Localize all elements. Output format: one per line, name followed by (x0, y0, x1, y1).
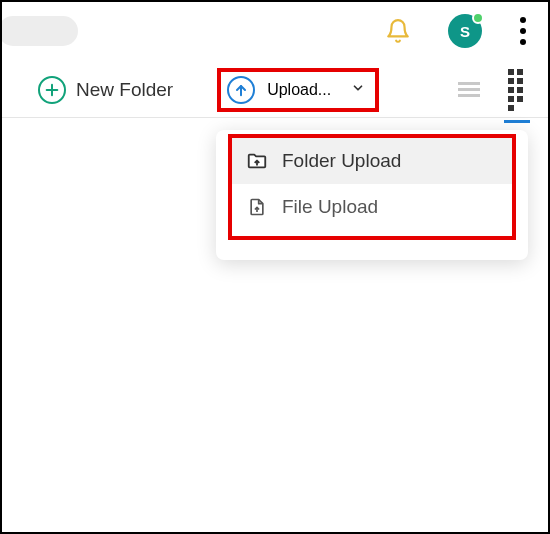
menu-item-label: File Upload (282, 196, 378, 218)
file-upload-icon (246, 196, 268, 218)
highlight-upload: Upload... (217, 68, 379, 112)
account-avatar[interactable]: S (448, 14, 482, 48)
grid-view-button[interactable] (504, 65, 530, 115)
chevron-down-icon (351, 81, 365, 99)
highlight-menu: Folder Upload File Upload (228, 134, 516, 240)
upload-dropdown-menu: Folder Upload File Upload (216, 130, 528, 260)
presence-indicator (472, 12, 484, 24)
menu-item-file-upload[interactable]: File Upload (232, 184, 512, 230)
upload-label: Upload... (267, 81, 331, 99)
menu-item-folder-upload[interactable]: Folder Upload (232, 138, 512, 184)
upload-dropdown-button[interactable]: Upload... (217, 68, 379, 112)
menu-item-label: Folder Upload (282, 150, 401, 172)
avatar-letter: S (460, 23, 470, 40)
folder-upload-icon (246, 150, 268, 172)
upload-circle-icon (227, 76, 255, 104)
